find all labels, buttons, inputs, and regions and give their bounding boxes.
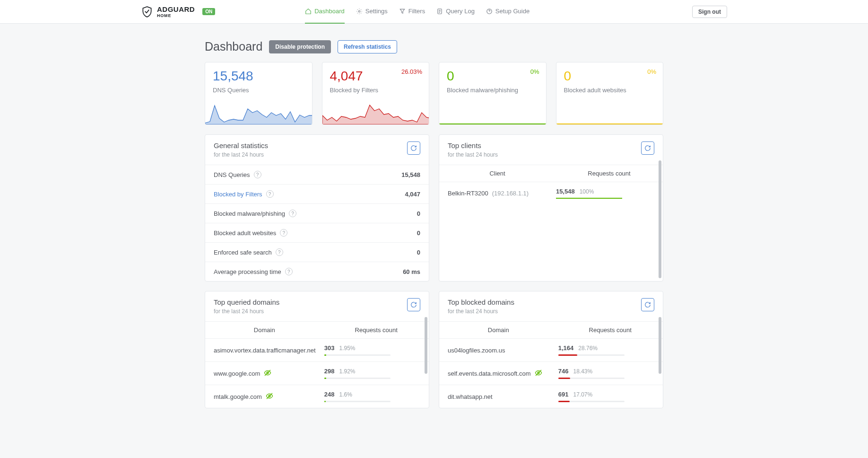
nav-filters[interactable]: Filters bbox=[399, 0, 425, 24]
nav-dashboard[interactable]: Dashboard bbox=[305, 0, 345, 24]
page-header: Dashboard Disable protection Refresh sta… bbox=[205, 40, 663, 53]
brand-name: ADGUARD bbox=[157, 6, 195, 13]
logo[interactable]: ADGUARD HOME ON bbox=[141, 6, 215, 18]
help-icon[interactable]: ? bbox=[276, 248, 283, 256]
stat-cards: 15,548 DNS Queries 26.03% 4,047 Blocked … bbox=[205, 62, 663, 125]
client-name: Belkin-RT3200 bbox=[448, 190, 488, 197]
stat-label: Blocked malware/phishing bbox=[447, 87, 538, 94]
page-title: Dashboard bbox=[205, 40, 262, 53]
progress-bar bbox=[324, 378, 391, 379]
scrollbar[interactable] bbox=[659, 317, 661, 374]
stat-dns-queries[interactable]: 15,548 DNS Queries bbox=[205, 62, 312, 125]
request-count: 248 bbox=[324, 391, 335, 398]
table-row: Blocked adult websites? 0 bbox=[205, 223, 429, 242]
brand-sub: HOME bbox=[157, 14, 195, 18]
tracker-icon bbox=[264, 369, 271, 377]
help-icon[interactable]: ? bbox=[285, 268, 293, 275]
stat-blocked-adult[interactable]: 0% 0 Blocked adult websites bbox=[556, 62, 664, 125]
table-row: Average processing time? 60 ms bbox=[205, 262, 429, 281]
panel-sub: for the last 24 hours bbox=[214, 308, 279, 315]
progress-bar bbox=[324, 401, 391, 402]
refresh-button[interactable] bbox=[407, 141, 420, 155]
panel-title: Top queried domains bbox=[214, 298, 279, 306]
shield-icon bbox=[141, 6, 153, 18]
nav: Dashboard Settings Filters Query Log Set… bbox=[305, 0, 529, 24]
request-count: 746 bbox=[558, 368, 569, 375]
progress-bar bbox=[556, 198, 622, 199]
scrollbar[interactable] bbox=[425, 317, 427, 374]
panel-sub: for the last 24 hours bbox=[448, 308, 514, 315]
panel-sub: for the last 24 hours bbox=[448, 151, 498, 158]
stat-percent: 0% bbox=[530, 68, 539, 75]
progress-bar bbox=[324, 354, 391, 356]
stat-blocked-filters[interactable]: 26.03% 4,047 Blocked by Filters bbox=[322, 62, 430, 125]
panel-title: Top blocked domains bbox=[448, 298, 514, 306]
sparkline-blocked bbox=[322, 98, 430, 124]
table-header: Domain Requests count bbox=[205, 321, 429, 338]
request-count: 303 bbox=[324, 344, 335, 352]
stat-blocked-malware[interactable]: 0% 0 Blocked malware/phishing bbox=[439, 62, 547, 125]
request-pct: 18.43% bbox=[573, 368, 592, 375]
stat-label: Blocked by Filters bbox=[330, 87, 422, 94]
table-row[interactable]: asimov.vortex.data.trafficmanager.net303… bbox=[205, 338, 429, 361]
refresh-button[interactable] bbox=[407, 298, 420, 311]
stat-percent: 26.03% bbox=[401, 68, 422, 75]
table-row[interactable]: self.events.data.microsoft.com74618.43% bbox=[439, 361, 663, 385]
refresh-statistics-button[interactable]: Refresh statistics bbox=[338, 40, 397, 53]
request-pct: 1.6% bbox=[339, 391, 352, 398]
request-count: 1,164 bbox=[558, 344, 574, 352]
table-row: Blocked malware/phishing? 0 bbox=[205, 203, 429, 223]
refresh-button[interactable] bbox=[641, 141, 654, 155]
request-pct: 1.92% bbox=[339, 368, 355, 375]
domain-name: us04logfiles.zoom.us bbox=[448, 347, 505, 354]
scrollbar[interactable] bbox=[659, 160, 661, 278]
request-count: 298 bbox=[324, 368, 335, 375]
refresh-icon bbox=[410, 301, 417, 308]
signout-button[interactable]: Sign out bbox=[692, 6, 727, 18]
help-icon[interactable]: ? bbox=[280, 229, 287, 237]
refresh-button[interactable] bbox=[641, 298, 654, 311]
panel-sub: for the last 24 hours bbox=[214, 151, 268, 158]
progress-bar bbox=[558, 354, 625, 356]
nav-setupguide[interactable]: Setup Guide bbox=[486, 0, 529, 24]
help-icon[interactable]: ? bbox=[289, 210, 296, 217]
domain-name: mtalk.google.com bbox=[214, 393, 262, 400]
svg-point-0 bbox=[358, 10, 360, 12]
domain-name: self.events.data.microsoft.com bbox=[448, 370, 531, 377]
stat-label: Blocked adult websites bbox=[564, 87, 656, 94]
table-row[interactable]: mtalk.google.com2481.6% bbox=[205, 385, 429, 408]
disable-protection-button[interactable]: Disable protection bbox=[269, 40, 331, 53]
panel-top-queried: Top queried domains for the last 24 hour… bbox=[205, 291, 429, 408]
help-icon[interactable]: ? bbox=[254, 171, 261, 178]
topbar: ADGUARD HOME ON Dashboard Settings Filte… bbox=[0, 0, 868, 24]
status-badge: ON bbox=[202, 8, 215, 15]
table-header: Domain Requests count bbox=[439, 321, 663, 338]
panel-title: Top clients bbox=[448, 141, 498, 150]
stat-value: 0 bbox=[447, 69, 538, 84]
nav-settings[interactable]: Settings bbox=[356, 0, 388, 24]
table-row: DNS Queries? 15,548 bbox=[205, 165, 429, 184]
help-icon[interactable]: ? bbox=[266, 190, 274, 198]
stat-value: 15,548 bbox=[213, 69, 304, 84]
tracker-icon bbox=[266, 392, 273, 400]
refresh-icon bbox=[644, 145, 651, 151]
table-row[interactable]: Belkin-RT3200 (192.168.1.1) 15,548 100% bbox=[439, 182, 663, 204]
panel-top-blocked: Top blocked domains for the last 24 hour… bbox=[439, 291, 663, 408]
table-row[interactable]: www.google.com2981.92% bbox=[205, 361, 429, 385]
progress-bar bbox=[558, 378, 625, 379]
request-count: 691 bbox=[558, 391, 569, 398]
request-pct: 28.76% bbox=[578, 345, 598, 352]
table-row[interactable]: us04logfiles.zoom.us1,16428.76% bbox=[439, 338, 663, 361]
baseline bbox=[439, 123, 546, 124]
request-pct: 17.07% bbox=[573, 391, 592, 398]
baseline bbox=[556, 123, 663, 124]
refresh-icon bbox=[644, 301, 651, 308]
panel-general-stats: General statistics for the last 24 hours… bbox=[205, 134, 429, 282]
nav-querylog[interactable]: Query Log bbox=[436, 0, 475, 24]
request-pct: 1.95% bbox=[339, 345, 355, 352]
stat-value: 0 bbox=[564, 69, 656, 84]
table-row: Blocked by Filters? 4,047 bbox=[205, 184, 429, 203]
stat-percent: 0% bbox=[647, 68, 656, 75]
table-row[interactable]: dit.whatsapp.net69117.07% bbox=[439, 385, 663, 408]
domain-name: dit.whatsapp.net bbox=[448, 393, 493, 400]
